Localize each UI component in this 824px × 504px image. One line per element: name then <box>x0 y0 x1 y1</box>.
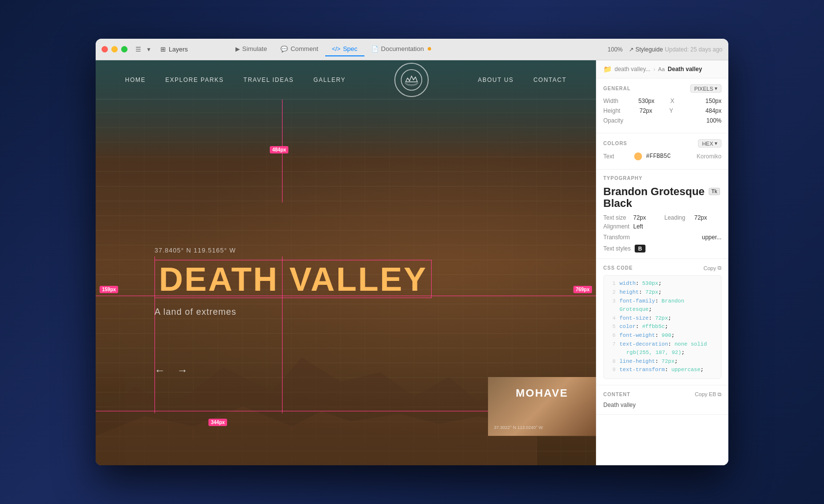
styleguide-button[interactable]: ↗ Styleguide Updated: 25 days ago <box>629 46 722 53</box>
color-name: Koromiko <box>696 153 721 160</box>
color-row: Text #FFBB5C Koromiko <box>603 152 721 160</box>
title-bar-tabs: ▶ Simulate 💬 Comment </> Spec 📄 Document… <box>229 42 438 56</box>
nav-logo[interactable] <box>394 63 429 97</box>
next-arrow[interactable]: → <box>177 364 188 377</box>
width-label: Width <box>603 98 630 104</box>
close-button[interactable] <box>102 46 108 52</box>
content-value: Death valley <box>603 402 721 408</box>
code-line-5: 5 color: #ffbb5c; <box>609 323 716 331</box>
minimize-button[interactable] <box>111 46 118 52</box>
transform-row: Transform upper... <box>603 234 721 241</box>
text-styles-label: Text styles <box>603 245 631 252</box>
x-label: X <box>670 98 697 104</box>
nav-about[interactable]: ABOUT US <box>478 76 514 83</box>
typography-props: Text size 72px Leading 72px Alignment Le… <box>603 214 721 230</box>
opacity-value: 100% <box>706 117 721 124</box>
nav-links-right: ABOUT US CONTACT <box>478 76 566 83</box>
css-title: CSS CODE <box>603 265 633 271</box>
nav-explore[interactable]: EXPLORE PARKS <box>165 76 224 83</box>
spec-icon: </> <box>332 46 340 52</box>
menu-icon[interactable]: ☰ <box>133 45 143 54</box>
tab-documentation[interactable]: 📄 Documentation <box>364 42 438 56</box>
hex-dropdown[interactable]: HEX ▾ <box>698 139 721 148</box>
width-value: 530px <box>639 98 655 104</box>
toolbar-controls: ☰ ▾ <box>133 45 153 54</box>
code-line-3: 3 font-family: Brandon Grotesque; <box>609 297 716 314</box>
content-header: CONTENT Copy EB ⧉ <box>603 391 721 398</box>
font-name: Brandon Grotesque Black Tk <box>603 186 721 209</box>
typography-section: TYPOGRAPHY Brandon Grotesque Black Tk Te… <box>596 170 728 259</box>
notification-dot <box>428 47 431 50</box>
code-line-7b: rgb(255, 187, 92); <box>609 349 716 357</box>
tab-comment[interactable]: 💬 Comment <box>274 42 325 56</box>
pixels-dropdown[interactable]: PIXELS ▾ <box>690 84 721 93</box>
alignment-value: Left <box>633 223 643 230</box>
traffic-lights <box>102 46 128 52</box>
general-header: GENERAL PIXELS ▾ <box>603 84 721 93</box>
layers-label[interactable]: Layers <box>169 46 188 53</box>
width-row: Width 530px X 150px <box>603 98 721 104</box>
maximize-button[interactable] <box>121 46 128 52</box>
code-line-1: 1 width: 530px; <box>609 279 716 288</box>
tab-spec[interactable]: </> Spec <box>325 42 364 56</box>
leading-label: Leading <box>665 214 692 221</box>
code-line-2: 2 height: 72px; <box>609 288 716 297</box>
code-line-9: 9 text-transform: uppercase; <box>609 366 716 375</box>
export-icon: ↗ <box>629 46 634 53</box>
simulate-icon: ▶ <box>235 46 240 52</box>
textsize-label: Text size <box>603 214 630 221</box>
hero-subtitle: A land of extremes <box>154 307 432 317</box>
folder-icon: 📁 <box>603 65 612 73</box>
svg-point-0 <box>401 70 422 90</box>
chevron-down-icon[interactable]: ▾ <box>145 45 153 54</box>
content-title: CONTENT <box>603 392 630 397</box>
css-code-block: 1 width: 530px; 2 height: 72px; 3 font-f… <box>603 275 721 379</box>
measure-badge-top: 484px <box>270 146 288 153</box>
leading-row: Leading 72px <box>665 214 722 221</box>
canvas-area[interactable]: HOME EXPLORE PARKS TRAVEL IDEAS GALLERY <box>96 60 596 465</box>
colors-title: COLORS <box>603 141 627 146</box>
chevron-icon: ▾ <box>715 85 718 92</box>
height-value: 72px <box>640 107 652 114</box>
textsize-row: Text size 72px <box>603 214 661 221</box>
general-title: GENERAL <box>603 86 631 91</box>
y-label: Y <box>670 107 696 114</box>
hero-title-selection[interactable]: DEATH VALLEY <box>154 260 432 298</box>
colors-section: COLORS HEX ▾ Text #FFBB5C Koromiko <box>596 133 728 170</box>
content-section: CONTENT Copy EB ⧉ Death valley <box>596 385 728 415</box>
code-line-7: 7 text-decoration: none solid <box>609 340 716 349</box>
prev-arrow[interactable]: ← <box>154 364 165 377</box>
code-line-8: 8 line-height: 72px; <box>609 357 716 366</box>
colors-header: COLORS HEX ▾ <box>603 139 721 148</box>
breadcrumb-folder-name[interactable]: death valley... <box>615 66 650 73</box>
nav-arrows: ← → <box>154 364 188 377</box>
breadcrumb-active: Death valley <box>668 66 702 73</box>
copy-icon: ⧉ <box>718 265 721 271</box>
coordinates-text: 37.8405° N 119.5165° W <box>154 247 432 254</box>
height-label: Height <box>603 107 630 114</box>
main-content: HOME EXPLORE PARKS TRAVEL IDEAS GALLERY <box>96 60 728 465</box>
mohave-title: MOHAVE <box>488 387 596 400</box>
right-panel: 📁 death valley... › Aa Death valley GENE… <box>596 60 728 465</box>
measure-badge-left: 159px <box>100 286 118 293</box>
nav-home[interactable]: HOME <box>125 76 146 83</box>
tab-simulate[interactable]: ▶ Simulate <box>229 42 274 56</box>
nav-gallery[interactable]: GALLERY <box>313 76 346 83</box>
tk-badge[interactable]: Tk <box>709 188 721 195</box>
desktop-background: ☰ ▾ ⊞ Layers ▶ Simulate 💬 Comment </> Sp… <box>0 0 824 504</box>
copy-css-button[interactable]: Copy ⧉ <box>703 265 721 271</box>
textsize-value: 72px <box>633 214 646 221</box>
color-text-label: Text <box>603 153 630 160</box>
code-line-4: 4 font-size: 72px; <box>609 314 716 323</box>
copy-content-button[interactable]: Copy EB ⧉ <box>695 391 721 398</box>
nav-travel[interactable]: TRAVEL IDEAS <box>243 76 294 83</box>
breadcrumb-aa: Aa <box>658 66 665 72</box>
nav-contact[interactable]: CONTACT <box>533 76 566 83</box>
app-window: ☰ ▾ ⊞ Layers ▶ Simulate 💬 Comment </> Sp… <box>96 39 728 465</box>
transform-value: upper... <box>702 234 721 241</box>
layers-icon: ⊞ <box>160 46 166 53</box>
opacity-row: Opacity 100% <box>603 117 721 124</box>
text-style-badge[interactable]: B <box>635 245 645 252</box>
mohave-card[interactable]: MOHAVE 37.3022° N 113.0240° W <box>488 377 596 436</box>
css-header: CSS CODE Copy ⧉ <box>603 265 721 271</box>
